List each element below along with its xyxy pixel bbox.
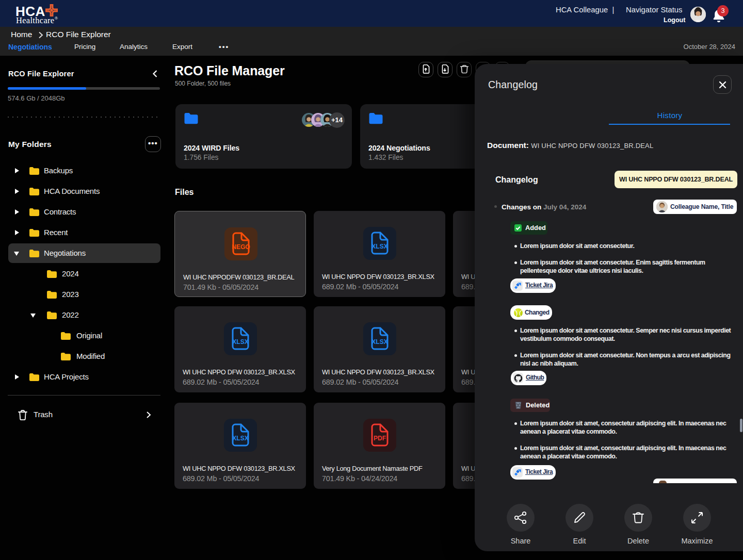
- svg-text:XLSX: XLSX: [372, 243, 387, 250]
- svg-text:XLSX: XLSX: [232, 435, 248, 442]
- svg-text:XLSX: XLSX: [232, 338, 248, 345]
- svg-text:NEGO: NEGO: [232, 243, 250, 251]
- svg-text:XLSX: XLSX: [372, 338, 387, 345]
- svg-text:PDF: PDF: [374, 435, 386, 442]
